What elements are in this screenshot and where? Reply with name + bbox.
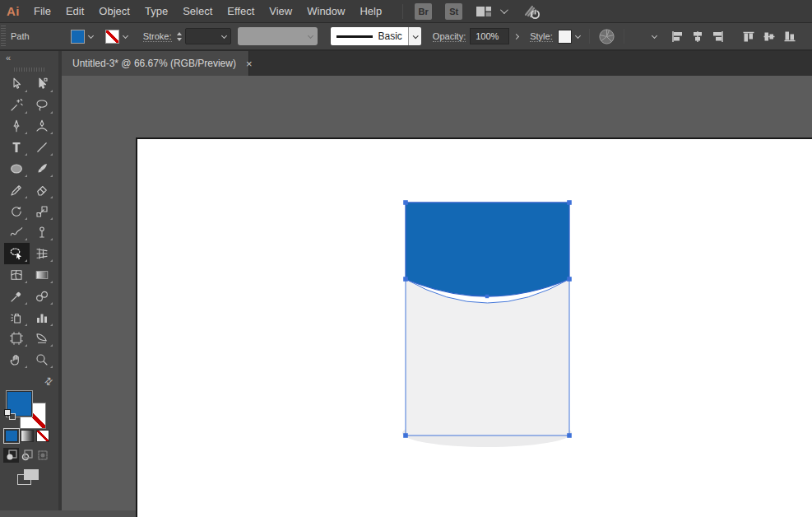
menu-effect[interactable]: Effect <box>220 0 262 22</box>
brush-chevron-icon[interactable] <box>408 27 421 45</box>
none-button[interactable] <box>36 430 49 442</box>
document-tab[interactable]: Untitled-3* @ 66.67% (RGB/Preview) × <box>62 51 249 76</box>
fill-stroke-cluster: ⇄ <box>0 375 58 426</box>
align-horizontal-left-icon[interactable] <box>670 30 684 43</box>
fill-color-swatch[interactable] <box>71 30 85 44</box>
divider <box>589 29 590 44</box>
align-horizontal-right-icon[interactable] <box>712 30 725 43</box>
panel-grip[interactable] <box>14 68 45 72</box>
draw-normal-icon[interactable] <box>3 448 19 463</box>
menu-type[interactable]: Type <box>137 0 175 22</box>
eraser-tool[interactable] <box>30 179 55 201</box>
selection-tool[interactable] <box>4 73 30 95</box>
column-graph-tool[interactable] <box>30 307 55 328</box>
fill-chevron-icon[interactable] <box>88 32 94 38</box>
width-tool[interactable] <box>4 222 30 244</box>
paintbrush-tool[interactable] <box>30 158 55 179</box>
artboard-tool[interactable] <box>4 328 30 350</box>
width-profile-dropdown <box>238 27 318 45</box>
align-vertical-top-icon[interactable] <box>742 30 755 43</box>
magic-wand-tool[interactable] <box>4 95 30 116</box>
menu-object[interactable]: Object <box>91 0 137 22</box>
swap-fill-stroke-icon[interactable]: ⇄ <box>41 374 55 388</box>
hand-tool[interactable] <box>4 349 30 370</box>
gpu-performance-icon[interactable] <box>521 2 542 21</box>
opacity-input[interactable]: 100% <box>470 28 509 44</box>
align-horizontal-center-icon[interactable] <box>691 30 704 43</box>
tools-panel: « <box>0 51 62 517</box>
divider <box>402 4 403 19</box>
app-logo-icon: Ai <box>7 4 20 18</box>
line-segment-tool[interactable] <box>30 137 55 158</box>
menu-view[interactable]: View <box>262 0 299 22</box>
align-vertical-center-icon[interactable] <box>763 30 776 43</box>
close-tab-icon[interactable]: × <box>246 58 253 70</box>
screen-mode-icon[interactable] <box>17 469 40 487</box>
shape-builder-tool[interactable] <box>4 243 30 264</box>
canvas[interactable] <box>62 76 812 517</box>
style-label[interactable]: Style: <box>530 31 553 42</box>
menu-help[interactable]: Help <box>352 0 389 22</box>
symbol-sprayer-tool[interactable] <box>4 307 30 328</box>
panel-grip[interactable] <box>1 26 6 47</box>
collapse-panel-button[interactable]: « <box>0 51 58 64</box>
stroke-weight-stepper[interactable] <box>177 32 182 41</box>
control-bar: Path Stroke: Basic Opacity: 100% Style: <box>0 23 812 51</box>
stroke-weight-dropdown[interactable] <box>185 28 231 44</box>
stock-button[interactable]: St <box>445 3 462 20</box>
puppet-warp-tool[interactable] <box>30 222 55 244</box>
selected-artwork[interactable] <box>137 139 812 517</box>
menu-file[interactable]: File <box>26 0 58 22</box>
chevron-down-icon[interactable] <box>500 6 508 14</box>
drawing-modes-row <box>0 448 58 463</box>
perspective-grid-tool[interactable] <box>30 243 55 264</box>
brush-stroke-preview <box>336 35 373 38</box>
illustrator-window: Ai File Edit Object Type Select Effect V… <box>0 0 812 517</box>
graphic-style-swatch[interactable] <box>558 30 572 44</box>
draw-behind-icon[interactable] <box>19 448 35 463</box>
scale-tool[interactable] <box>30 201 55 222</box>
align-vertical-bottom-icon[interactable] <box>783 30 796 43</box>
zoom-tool[interactable] <box>30 349 55 370</box>
menu-select[interactable]: Select <box>175 0 220 22</box>
lasso-tool[interactable] <box>30 95 55 116</box>
curvature-tool[interactable] <box>30 116 55 137</box>
stroke-label[interactable]: Stroke: <box>143 31 172 42</box>
draw-inside-icon[interactable] <box>35 448 50 463</box>
blend-tool[interactable] <box>30 286 55 307</box>
bottom-edge-strip <box>0 510 136 517</box>
default-fill-stroke-icon[interactable] <box>4 409 16 420</box>
color-mode-row <box>0 430 58 442</box>
bridge-button[interactable]: Br <box>415 3 432 20</box>
stroke-color-swatch[interactable] <box>105 30 119 44</box>
brush-definition-dropdown[interactable]: Basic <box>331 27 408 45</box>
opacity-label[interactable]: Opacity: <box>433 31 466 42</box>
pen-tool[interactable] <box>4 116 30 137</box>
gradient-tool[interactable] <box>30 264 55 286</box>
menu-edit[interactable]: Edit <box>58 0 91 22</box>
mesh-tool[interactable] <box>4 264 30 286</box>
rotate-tool[interactable] <box>4 201 30 222</box>
tools-grid <box>0 73 58 370</box>
opacity-arrow-icon[interactable] <box>513 33 519 39</box>
style-chevron-icon[interactable] <box>575 32 581 38</box>
gradient-button[interactable] <box>21 430 34 442</box>
stroke-chevron-icon[interactable] <box>123 32 128 38</box>
chevron-down-icon <box>220 32 226 38</box>
recolor-artwork-icon[interactable] <box>598 28 615 45</box>
document-tab-title: Untitled-3* @ 66.67% (RGB/Preview) <box>62 58 236 69</box>
type-tool[interactable] <box>4 137 30 158</box>
pencil-tool[interactable] <box>4 179 30 201</box>
divider <box>624 29 624 44</box>
ellipse-tool[interactable] <box>4 158 30 179</box>
color-button[interactable] <box>5 430 18 442</box>
slice-tool[interactable] <box>30 328 55 350</box>
selection-type-label: Path <box>11 31 30 41</box>
artwork-gray-shape <box>406 279 569 435</box>
workspace-switcher-icon[interactable] <box>476 5 492 18</box>
menu-window[interactable]: Window <box>299 0 352 22</box>
artboard[interactable] <box>136 137 812 517</box>
eyedropper-tool[interactable] <box>4 286 30 307</box>
document-setup-icon[interactable] <box>631 27 661 45</box>
direct-selection-tool[interactable] <box>30 73 55 95</box>
